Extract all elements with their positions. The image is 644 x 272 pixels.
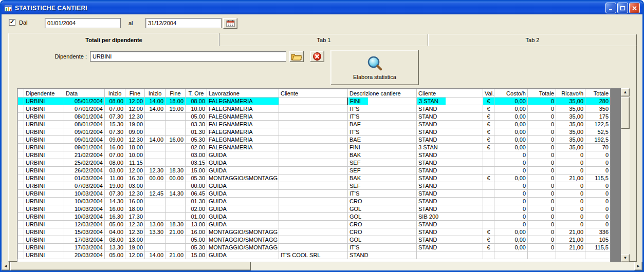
cell[interactable]: 08.00 xyxy=(186,98,207,105)
cell[interactable]: 00.00 xyxy=(165,174,186,182)
cell[interactable] xyxy=(279,113,348,121)
cell[interactable]: URBINI xyxy=(24,159,64,167)
cell[interactable]: 14.00 xyxy=(145,136,165,144)
table-row[interactable]: URBINI12/03/200405.0012.3013.0018.3013.0… xyxy=(18,221,611,228)
cell[interactable]: 0 xyxy=(585,190,611,198)
cell[interactable]: 01.00 xyxy=(186,213,207,221)
cell[interactable]: 12.00 xyxy=(125,167,145,174)
scroll-right-button[interactable] xyxy=(634,262,642,270)
cell[interactable]: € xyxy=(483,121,494,128)
cell[interactable] xyxy=(18,151,24,159)
cell[interactable]: 0,00 xyxy=(494,105,528,113)
cell[interactable]: 16.00 xyxy=(165,136,186,144)
cell[interactable] xyxy=(279,190,348,198)
cell[interactable] xyxy=(279,121,348,128)
cell[interactable]: 08.00 xyxy=(105,159,125,167)
cell[interactable]: FALEGNAMERIA xyxy=(207,121,279,128)
cell[interactable]: FALEGNAMERIA xyxy=(207,128,279,136)
cell[interactable]: 07.30 xyxy=(105,190,125,198)
cell[interactable]: 0 xyxy=(494,190,528,198)
cell[interactable]: URBINI xyxy=(24,228,64,236)
cell[interactable]: 07/03/2004 xyxy=(64,182,105,190)
cell[interactable]: 0 xyxy=(528,174,556,182)
cell[interactable]: 12.30 xyxy=(125,228,145,236)
cell[interactable]: 13.00 xyxy=(125,236,145,244)
cell[interactable]: 0,00 xyxy=(494,98,528,105)
cell[interactable] xyxy=(165,151,186,159)
cell[interactable]: GUIDA xyxy=(207,151,279,159)
cell[interactable]: STAND xyxy=(417,228,483,236)
date-from-input[interactable] xyxy=(45,18,121,28)
cell[interactable]: 0 xyxy=(585,205,611,213)
cell[interactable]: 09/01/2004 xyxy=(64,136,105,144)
cell[interactable]: 0 xyxy=(494,182,528,190)
table-row[interactable]: URBINI07/03/200419.0003.0000.00GUIDASEFS… xyxy=(18,182,611,190)
cell[interactable]: 05.30 xyxy=(186,244,207,251)
cell[interactable]: FALEGNAMERIA xyxy=(207,105,279,113)
cell[interactable]: URBINI xyxy=(24,121,64,128)
cell[interactable] xyxy=(279,144,348,151)
cell[interactable]: 0 xyxy=(556,190,585,198)
cell[interactable]: 14.30 xyxy=(105,198,125,205)
cell[interactable]: 05.00 xyxy=(105,251,125,259)
cell[interactable] xyxy=(279,128,348,136)
cell[interactable]: STAND xyxy=(417,128,483,136)
cell[interactable]: 09.00 xyxy=(125,128,145,136)
h-scrollbar[interactable] xyxy=(2,262,642,270)
cell[interactable]: STAND xyxy=(417,167,483,174)
cell[interactable]: 18.30 xyxy=(165,167,186,174)
cell[interactable] xyxy=(483,151,494,159)
cell[interactable]: 08/01/2004 xyxy=(64,113,105,121)
cell[interactable]: CRO xyxy=(348,221,417,228)
cell[interactable]: 3 STAN xyxy=(417,98,483,105)
cell[interactable] xyxy=(18,213,24,221)
cell[interactable] xyxy=(279,167,348,174)
table-row[interactable]: URBINI01/03/200411.0016.3000.0000.0005.3… xyxy=(18,174,611,182)
cell[interactable]: 0 xyxy=(494,167,528,174)
cell[interactable] xyxy=(279,213,348,221)
cell[interactable]: 15.00 xyxy=(186,251,207,259)
cell[interactable]: 35,00 xyxy=(556,121,585,128)
cell[interactable] xyxy=(18,244,24,251)
v-scrollbar[interactable] xyxy=(621,88,630,262)
cell[interactable]: URBINI xyxy=(24,113,64,121)
tab-totali-per-dipendente[interactable]: Totali per dipendente xyxy=(8,33,219,46)
cell[interactable]: 0 xyxy=(528,228,556,236)
cell[interactable] xyxy=(279,174,348,182)
cell[interactable] xyxy=(279,221,348,228)
cell[interactable]: 15.00 xyxy=(186,167,207,174)
cell[interactable]: 115,5 xyxy=(585,174,611,182)
cell[interactable]: GOL xyxy=(348,236,417,244)
cell[interactable]: 0 xyxy=(585,182,611,190)
table-row[interactable]: URBINI21/02/200407.0010.0003.00GUIDABAKS… xyxy=(18,151,611,159)
table-row[interactable]: URBINI10/03/200414.3016.0001.30GUIDACROS… xyxy=(18,198,611,205)
scroll-down-button[interactable] xyxy=(621,254,630,262)
cell[interactable] xyxy=(165,159,186,167)
cell[interactable]: 13.30 xyxy=(105,244,125,251)
cell[interactable] xyxy=(279,198,348,205)
cell[interactable] xyxy=(483,213,494,221)
cell[interactable]: 336 xyxy=(585,228,611,236)
cell[interactable]: GUIDA xyxy=(207,198,279,205)
cell[interactable] xyxy=(18,121,24,128)
cell[interactable]: 0 xyxy=(556,151,585,159)
cell[interactable]: 19.00 xyxy=(125,244,145,251)
cell[interactable]: 18.00 xyxy=(125,144,145,151)
cell[interactable] xyxy=(165,198,186,205)
cell[interactable]: 115,5 xyxy=(585,244,611,251)
cell[interactable]: STAND xyxy=(417,136,483,144)
cell[interactable]: 0,00 xyxy=(494,236,528,244)
cell[interactable] xyxy=(18,167,24,174)
cell[interactable] xyxy=(18,198,24,205)
cell[interactable] xyxy=(279,182,348,190)
cell[interactable] xyxy=(279,228,348,236)
cell[interactable]: € xyxy=(483,244,494,251)
cell[interactable]: 0 xyxy=(528,182,556,190)
table-row[interactable]: URBINI25/02/200408.0011.1503.15GUIDASEFS… xyxy=(18,159,611,167)
cell[interactable]: 0 xyxy=(528,198,556,205)
cell[interactable]: 13.00 xyxy=(145,221,165,228)
maximize-button[interactable] xyxy=(617,3,628,13)
cell[interactable]: 15.30 xyxy=(105,121,125,128)
cell[interactable]: 12/03/2004 xyxy=(64,221,105,228)
cell[interactable]: 08.00 xyxy=(105,236,125,244)
